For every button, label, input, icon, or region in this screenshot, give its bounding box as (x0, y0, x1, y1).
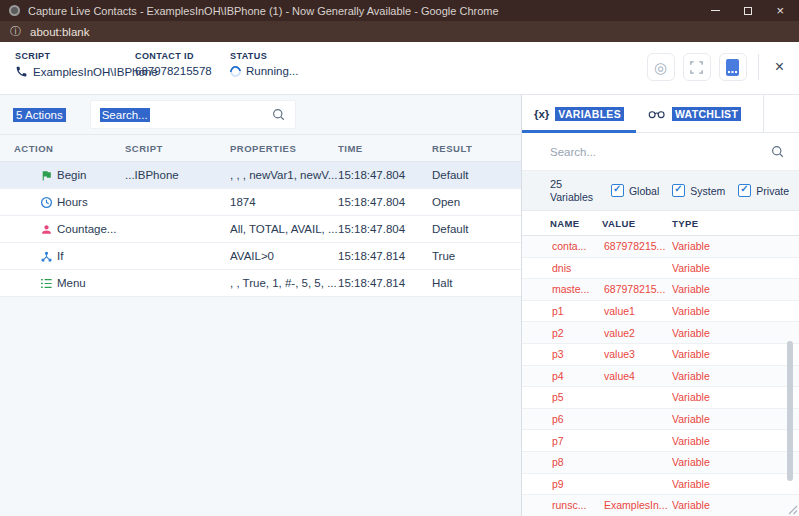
variables-filter-bar: 25 Variables Global System (522, 171, 799, 211)
variable-type-cell: Variable (672, 370, 799, 382)
variable-name-cell: runsc... (552, 499, 604, 511)
variable-row[interactable]: dnis Variable (522, 258, 799, 280)
variables-table-header: NAME VALUE TYPE (522, 211, 799, 236)
variable-row[interactable]: p3 value3 Variable (522, 344, 799, 366)
tab-variables[interactable]: {x} VARIABLES (522, 95, 636, 132)
variable-type-cell: Variable (672, 240, 799, 252)
actions-search-placeholder: Search... (100, 108, 150, 122)
actions-search-input[interactable]: Search... (90, 100, 296, 129)
actions-table-header: ACTION SCRIPT PROPERTIES TIME RESULT (0, 135, 521, 162)
variable-row[interactable]: p6 Variable (522, 409, 799, 431)
action-row[interactable]: Begin ...IBPhone , , , newVar1, newV... … (0, 162, 521, 189)
variable-type-cell: Variable (672, 413, 799, 425)
action-cell: Menu (57, 277, 125, 289)
record-button[interactable]: ◎ (647, 53, 675, 81)
chrome-favicon-icon (9, 5, 20, 16)
time-cell: 15:18:47.804 (338, 223, 432, 235)
variable-name-cell: p7 (552, 435, 604, 447)
variable-row[interactable]: p4 value4 Variable (522, 366, 799, 388)
panel-toggle-button[interactable] (719, 53, 747, 81)
col-time: TIME (338, 143, 432, 154)
result-cell: Open (432, 196, 521, 208)
search-icon[interactable] (770, 144, 785, 159)
side-panel-icon (726, 59, 739, 76)
variable-row[interactable]: p8 Variable (522, 452, 799, 474)
page-info-icon[interactable]: ⓘ (10, 26, 21, 37)
script-cell: ...IBPhone (125, 169, 230, 181)
tab-variables-label: VARIABLES (555, 107, 624, 121)
app-header: SCRIPT ExamplesInOH\IBPhone CONTACT ID 6… (0, 42, 799, 95)
variables-brace-icon: {x} (534, 108, 549, 120)
variable-type-cell: Variable (672, 305, 799, 317)
variable-name-cell: p6 (552, 413, 604, 425)
phone-icon (15, 65, 28, 78)
action-type-icon (40, 222, 55, 237)
resize-handle[interactable] (787, 504, 798, 515)
col-type: TYPE (672, 218, 799, 229)
running-spinner-icon (228, 63, 243, 78)
variable-value-cell: value2 (604, 327, 672, 339)
minimize-icon[interactable] (711, 10, 720, 11)
result-cell: Default (432, 169, 521, 181)
filter-checkbox-group[interactable]: System (672, 184, 725, 197)
variable-row[interactable]: p7 Variable (522, 430, 799, 452)
variables-rows: conta... 687978215... Variable dnis Vari… (522, 236, 799, 516)
variables-count: 25 (550, 178, 593, 191)
header-divider (758, 54, 759, 80)
variable-type-cell: Variable (672, 327, 799, 339)
filter-checkbox-group[interactable]: Global (611, 184, 659, 197)
col-result: RESULT (432, 143, 521, 154)
variable-row[interactable]: p1 value1 Variable (522, 301, 799, 323)
action-row[interactable]: Hours 1874 15:18:47.804 Open (0, 189, 521, 216)
status-label: STATUS (230, 51, 298, 61)
filter-checkbox-group[interactable]: Private (738, 184, 789, 197)
filter-label: Private (756, 185, 789, 197)
action-cell: Countage... (57, 223, 125, 235)
filter-label: System (690, 185, 725, 197)
variable-name-cell: p8 (552, 456, 604, 468)
col-properties: PROPERTIES (230, 143, 338, 154)
variable-name-cell: p2 (552, 327, 604, 339)
variable-name-cell: maste... (552, 283, 604, 295)
variable-name-cell: p1 (552, 305, 604, 317)
properties-cell: 1874 (230, 196, 338, 208)
action-row[interactable]: If AVAIL>0 15:18:47.814 True (0, 243, 521, 270)
maximize-icon[interactable] (744, 7, 752, 15)
action-row[interactable]: Menu , , True, 1, #-, 5, 5, ... 15:18:47… (0, 270, 521, 297)
variables-search-placeholder: Search... (550, 146, 596, 158)
address-bar[interactable]: ⓘ about:blank (0, 21, 799, 42)
checkbox-icon[interactable] (672, 184, 685, 197)
variable-row[interactable]: p9 Variable (522, 474, 799, 496)
close-capture-icon[interactable]: × (770, 59, 789, 75)
expand-icon (689, 60, 704, 75)
variables-panel: {x} VARIABLES WATCHLIST Search... 25 Var… (522, 95, 799, 516)
window-close-icon[interactable]: × (776, 4, 784, 17)
actions-rows: Begin ...IBPhone , , , newVar1, newV... … (0, 162, 521, 297)
variable-name-cell: p3 (552, 348, 604, 360)
checkbox-icon[interactable] (738, 184, 751, 197)
variable-row[interactable]: p2 value2 Variable (522, 322, 799, 344)
variable-row[interactable]: maste... 687978215... Variable (522, 279, 799, 301)
variable-type-cell: Variable (672, 478, 799, 490)
expand-button[interactable] (683, 53, 711, 81)
result-cell: Halt (432, 277, 521, 289)
time-cell: 15:18:47.814 (338, 250, 432, 262)
window-titlebar: Capture Live Contacts - ExamplesInOH\IBP… (0, 0, 799, 21)
variable-row[interactable]: p5 Variable (522, 387, 799, 409)
tabs-divider (763, 95, 764, 132)
variable-type-cell: Variable (672, 391, 799, 403)
search-icon[interactable] (271, 107, 286, 122)
variable-row[interactable]: runsc... ExamplesIn... Variable (522, 495, 799, 516)
variable-name-cell: dnis (552, 262, 604, 274)
checkbox-icon[interactable] (611, 184, 624, 197)
variable-value-cell: ExamplesIn... (604, 499, 672, 511)
variables-search-input[interactable]: Search... (522, 133, 799, 171)
variable-type-cell: Variable (672, 348, 799, 360)
action-row[interactable]: Countage... All, TOTAL, AVAIL, ... 15:18… (0, 216, 521, 243)
col-action: ACTION (14, 143, 125, 154)
tab-watchlist[interactable]: WATCHLIST (636, 95, 753, 132)
scrollbar-thumb[interactable] (787, 341, 793, 481)
variable-row[interactable]: conta... 687978215... Variable (522, 236, 799, 258)
col-script: SCRIPT (125, 143, 230, 154)
variable-type-cell: Variable (672, 262, 799, 274)
